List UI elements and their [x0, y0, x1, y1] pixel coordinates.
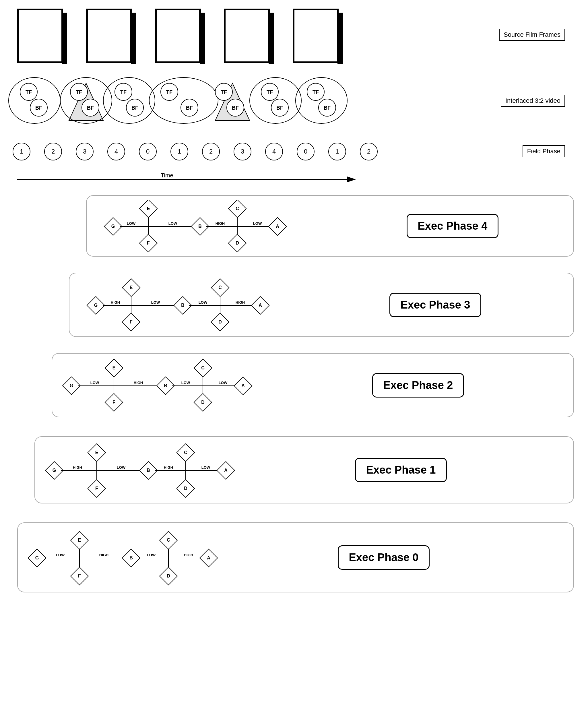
svg-text:TF: TF [267, 89, 273, 95]
exec-phase-2-label: Exec Phase 2 [372, 373, 464, 397]
svg-text:TF: TF [313, 89, 319, 95]
exec-phase-0-label: Exec Phase 0 [338, 546, 429, 570]
svg-text:G: G [94, 303, 98, 308]
svg-text:2: 2 [51, 148, 55, 155]
svg-text:LOW: LOW [219, 381, 228, 385]
svg-text:E: E [130, 285, 133, 290]
interlaced-label: Interlaced 3:2 video [501, 95, 565, 107]
svg-text:B: B [198, 224, 202, 229]
svg-text:4: 4 [114, 148, 118, 155]
svg-text:LOW: LOW [56, 553, 65, 557]
svg-text:TF: TF [25, 89, 32, 95]
svg-text:F: F [78, 574, 81, 578]
svg-text:B: B [164, 383, 167, 388]
svg-text:G: G [70, 383, 73, 388]
svg-text:TF: TF [120, 89, 127, 95]
svg-text:1: 1 [177, 148, 181, 155]
film-frame-3 [155, 8, 201, 63]
svg-text:F: F [95, 486, 98, 491]
svg-text:HIGH: HIGH [164, 465, 173, 470]
exec-phase-2-diagram: G LOW E F HIGH B LOW C D LOW [57, 358, 372, 412]
svg-text:BF: BF [131, 105, 138, 111]
svg-text:BF: BF [276, 105, 283, 111]
svg-text:LOW: LOW [151, 300, 160, 305]
svg-text:Time: Time [161, 172, 173, 179]
svg-text:HIGH: HIGH [111, 300, 120, 305]
svg-text:D: D [218, 320, 222, 324]
svg-text:HIGH: HIGH [236, 300, 245, 305]
time-arrow: Time [17, 172, 362, 187]
svg-text:LOW: LOW [168, 221, 177, 226]
main-container: Source Film Frames TF BF TF BF TF BF TF … [0, 0, 588, 719]
interlaced-section: TF BF TF BF TF BF TF BF TF BF TF BF [6, 69, 436, 135]
svg-text:2: 2 [209, 148, 213, 155]
svg-text:F: F [112, 400, 115, 405]
svg-text:4: 4 [272, 148, 276, 155]
svg-text:HIGH: HIGH [99, 553, 109, 557]
svg-text:LOW: LOW [117, 465, 126, 470]
svg-text:3: 3 [241, 148, 244, 155]
svg-text:F: F [130, 320, 132, 324]
svg-text:D: D [184, 486, 187, 491]
svg-text:G: G [52, 468, 56, 473]
svg-text:HIGH: HIGH [215, 221, 225, 226]
svg-text:E: E [78, 538, 81, 542]
svg-point-31 [296, 78, 347, 123]
exec-phase-3-label: Exec Phase 3 [390, 293, 481, 317]
exec-phase-3-container: G HIGH E F LOW B LOW C D [69, 273, 574, 337]
svg-text:0: 0 [146, 148, 149, 155]
svg-text:TF: TF [221, 89, 227, 95]
svg-text:E: E [112, 365, 115, 370]
svg-text:BF: BF [35, 105, 42, 111]
source-film-frames-label: Source Film Frames [499, 29, 565, 41]
svg-text:B: B [129, 555, 133, 560]
svg-text:LOW: LOW [90, 381, 99, 385]
svg-text:B: B [147, 468, 150, 473]
svg-text:D: D [167, 574, 170, 578]
exec-phase-1-container: G HIGH E F LOW B HIGH C D LOW [35, 436, 574, 504]
svg-text:LOW: LOW [127, 221, 136, 226]
film-frame-2 [86, 8, 132, 63]
svg-text:E: E [147, 206, 150, 211]
film-frame-1 [17, 8, 63, 63]
svg-text:LOW: LOW [198, 300, 208, 305]
exec-phase-4-container: G LOW E F LOW B HIGH C [86, 195, 574, 256]
svg-text:TF: TF [166, 89, 172, 95]
exec-phase-4-label: Exec Phase 4 [407, 214, 499, 238]
svg-text:C: C [167, 538, 170, 542]
svg-text:LOW: LOW [253, 221, 262, 226]
svg-text:A: A [207, 555, 210, 560]
exec-phase-0-diagram: G LOW E F HIGH B LOW C D HIGH [22, 527, 338, 588]
exec-phase-0-container: G LOW E F HIGH B LOW C D HIGH [17, 522, 574, 592]
svg-text:1: 1 [335, 148, 339, 155]
svg-text:D: D [201, 400, 205, 405]
svg-text:BF: BF [324, 105, 331, 111]
field-phase-label: Field Phase [523, 145, 565, 157]
svg-text:1: 1 [20, 148, 23, 155]
svg-text:HIGH: HIGH [134, 381, 143, 385]
svg-text:2: 2 [367, 148, 371, 155]
svg-text:C: C [201, 365, 205, 370]
svg-text:BF: BF [87, 105, 94, 111]
svg-text:C: C [218, 285, 222, 290]
svg-text:G: G [35, 555, 39, 560]
svg-marker-61 [347, 177, 356, 182]
svg-text:D: D [236, 241, 239, 245]
svg-text:E: E [95, 450, 99, 455]
svg-text:A: A [241, 383, 245, 388]
svg-text:LOW: LOW [181, 381, 190, 385]
exec-phase-3-diagram: G HIGH E F LOW B LOW C D [74, 278, 390, 332]
svg-text:G: G [111, 224, 115, 229]
svg-text:F: F [147, 241, 150, 245]
film-frames-section [17, 8, 419, 72]
film-frame-4 [224, 8, 270, 63]
field-phase-numbers: 1 2 3 4 0 1 2 3 4 0 1 2 [6, 141, 436, 164]
svg-text:0: 0 [304, 148, 307, 155]
exec-phase-4-diagram: G LOW E F LOW B HIGH C [91, 200, 407, 252]
svg-point-16 [149, 78, 218, 123]
svg-text:3: 3 [83, 148, 86, 155]
svg-text:LOW: LOW [202, 465, 210, 470]
svg-text:BF: BF [232, 105, 239, 111]
svg-text:BF: BF [186, 105, 193, 111]
exec-phase-1-label: Exec Phase 1 [355, 458, 447, 482]
